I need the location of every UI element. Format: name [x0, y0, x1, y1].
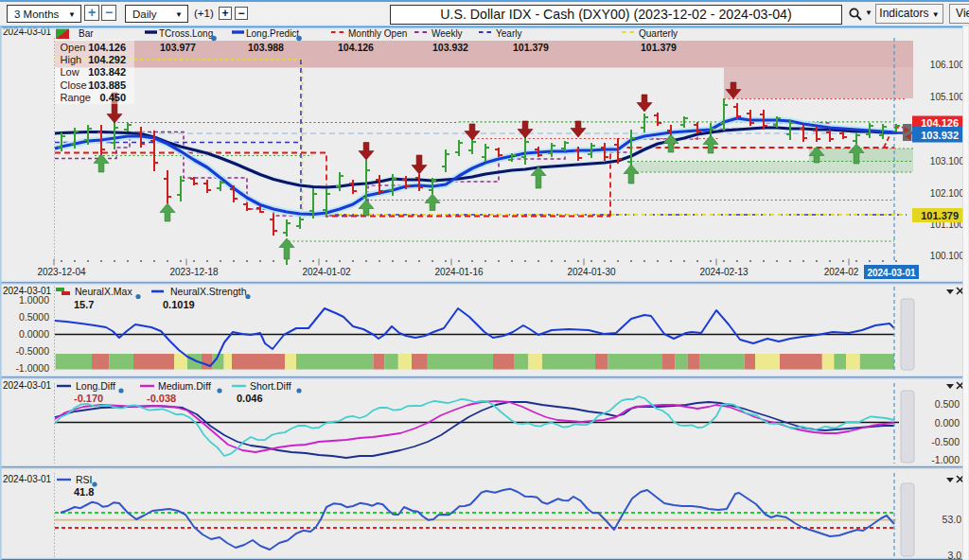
svg-text:102.100: 102.100	[930, 188, 965, 199]
svg-text:0.1019: 0.1019	[163, 299, 195, 310]
svg-text:Low: Low	[61, 66, 79, 78]
svg-text:103.977: 103.977	[160, 42, 196, 53]
svg-text:41.8: 41.8	[74, 486, 94, 498]
svg-text:2023-12-18: 2023-12-18	[169, 267, 219, 277]
svg-text:NeuralX.Strength: NeuralX.Strength	[170, 286, 247, 297]
svg-text:NeuralX.Max: NeuralX.Max	[75, 286, 132, 297]
svg-text:Long.Diff: Long.Diff	[76, 380, 115, 392]
svg-text:Quarterly: Quarterly	[639, 28, 678, 39]
svg-text:2024-03-01: 2024-03-01	[3, 380, 52, 391]
svg-text:2024-01-02: 2024-01-02	[302, 267, 351, 277]
svg-text:Range: Range	[61, 92, 91, 103]
svg-text:2024-01-16: 2024-01-16	[434, 267, 484, 277]
svg-text:-1.000: -1.000	[931, 454, 960, 465]
svg-text:Open: Open	[61, 42, 86, 53]
svg-text:103.100: 103.100	[930, 156, 965, 166]
svg-text:1.0000: 1.0000	[19, 294, 49, 306]
svg-text:0.046: 0.046	[237, 393, 263, 404]
svg-text:53.0: 53.0	[943, 514, 962, 525]
svg-text:15.7: 15.7	[74, 299, 94, 310]
svg-text:-0.5000: -0.5000	[15, 345, 49, 357]
svg-text:Monthly Open: Monthly Open	[348, 28, 407, 39]
svg-text:105.100: 105.100	[930, 92, 965, 102]
svg-text:101.379: 101.379	[921, 210, 959, 221]
svg-text:Weekly: Weekly	[432, 28, 463, 39]
svg-text:RSI: RSI	[76, 474, 93, 485]
svg-text:Yearly: Yearly	[496, 28, 521, 39]
svg-text:-0.500: -0.500	[931, 436, 960, 447]
svg-text:TCross.Long: TCross.Long	[159, 28, 213, 39]
svg-text:2024-02-13: 2024-02-13	[699, 267, 749, 277]
svg-text:104.126: 104.126	[338, 42, 374, 53]
svg-text:2024-03-01: 2024-03-01	[867, 268, 916, 278]
svg-text:-1.0000: -1.0000	[15, 362, 49, 374]
svg-text:Bar: Bar	[79, 28, 94, 39]
svg-text:101.379: 101.379	[513, 42, 549, 53]
svg-text:-0.170: -0.170	[74, 393, 103, 404]
svg-text:101.379: 101.379	[641, 42, 677, 53]
svg-text:Medium.Diff: Medium.Diff	[158, 380, 211, 392]
svg-text:2024-02: 2024-02	[824, 267, 859, 277]
svg-text:104.292: 104.292	[88, 54, 126, 65]
svg-text:0.0000: 0.0000	[19, 328, 49, 340]
svg-text:103.842: 103.842	[88, 66, 126, 78]
svg-text:103.932: 103.932	[921, 130, 959, 141]
svg-text:High: High	[61, 54, 82, 65]
svg-text:-0.038: -0.038	[147, 393, 176, 404]
svg-text:3.0: 3.0	[947, 550, 961, 560]
svg-text:2024-03-01: 2024-03-01	[3, 474, 52, 484]
svg-text:103.885: 103.885	[88, 79, 126, 91]
svg-text:104.126: 104.126	[88, 42, 126, 53]
svg-text:103.988: 103.988	[248, 42, 284, 53]
svg-text:0.5000: 0.5000	[19, 311, 49, 323]
svg-text:103.932: 103.932	[432, 42, 468, 53]
svg-text:100.100: 100.100	[930, 251, 965, 261]
svg-text:0.000: 0.000	[935, 417, 960, 429]
svg-text:2024-01-30: 2024-01-30	[567, 267, 616, 277]
svg-text:Long.Predict: Long.Predict	[246, 28, 299, 39]
svg-text:Close: Close	[61, 79, 87, 91]
svg-text:0.450: 0.450	[99, 92, 126, 103]
svg-text:0.500: 0.500	[935, 398, 960, 410]
svg-text:106.100: 106.100	[930, 60, 965, 70]
svg-text:Short.Diff: Short.Diff	[250, 380, 291, 392]
svg-text:2023-12-04: 2023-12-04	[37, 267, 86, 277]
